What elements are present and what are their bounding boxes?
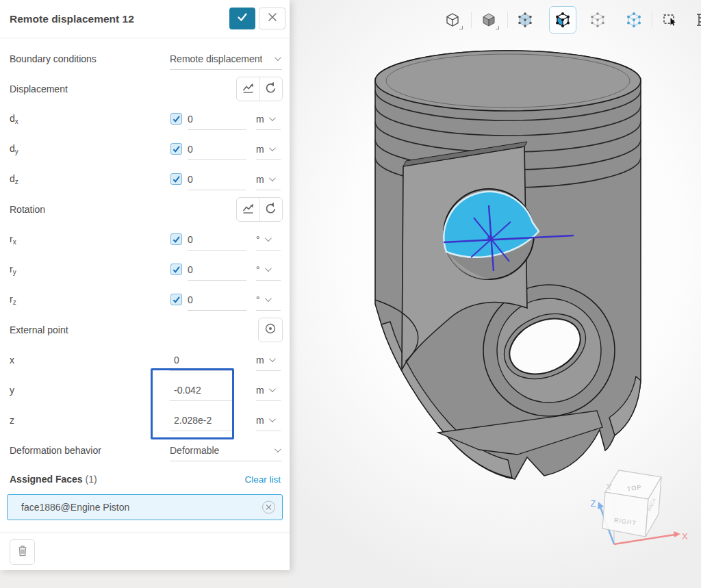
dx-unit-select[interactable]: m [256, 108, 281, 130]
rx-checkbox[interactable] [170, 233, 182, 245]
point-y-row: y -0.042 m [0, 375, 290, 405]
piston-scene[interactable]: TOP RIGHT BACK Y Z X [287, 0, 701, 588]
target-icon [264, 322, 277, 337]
table-input-button[interactable] [237, 198, 259, 221]
boundary-conditions-row: Boundary conditions Remote displacement [0, 44, 290, 74]
delete-button[interactable] [10, 539, 35, 565]
displacement-label: Displacement [10, 84, 68, 94]
dy-input[interactable]: 0 [188, 138, 246, 160]
deformation-behavior-select[interactable]: Deformable [170, 439, 282, 461]
dx-input[interactable]: 0 [188, 108, 246, 130]
point-x-unit-select[interactable]: m [256, 349, 281, 371]
face-chip-label: face1886@Engine Piston [21, 502, 129, 513]
reset-icon [264, 202, 277, 218]
reset-icon [264, 81, 277, 97]
chevron-down-icon [265, 235, 272, 242]
ry-unit-select[interactable]: ° [256, 259, 281, 281]
rz-unit-select[interactable]: ° [256, 289, 281, 311]
panel-header: Remote displacement 12 [0, 0, 290, 38]
pick-point-button[interactable] [258, 318, 283, 342]
chevron-down-icon [269, 175, 276, 181]
boundary-conditions-label: Boundary conditions [10, 53, 97, 64]
dx-checkbox[interactable] [170, 113, 182, 125]
deformation-behavior-row: Deformation behavior Deformable [0, 435, 290, 465]
dz-row: dz 0 m [0, 164, 290, 194]
chevron-down-icon [269, 144, 276, 151]
boundary-conditions-select[interactable]: Remote displacement [170, 48, 282, 70]
trash-icon [16, 544, 29, 560]
rotation-label: Rotation [10, 204, 45, 215]
chevron-down-icon [265, 265, 272, 272]
table-input-button[interactable] [237, 77, 259, 101]
rx-unit-select[interactable]: ° [256, 229, 281, 251]
rotation-section-row: Rotation [0, 194, 290, 225]
remote-displacement-panel: Remote displacement 12 Boundary conditio… [0, 0, 290, 570]
dy-row: dy 0 m [0, 134, 290, 164]
apply-button[interactable] [229, 8, 255, 29]
deformation-behavior-label: Deformation behavior [10, 445, 101, 456]
chart-icon [242, 202, 255, 218]
ry-row: ry 0 ° [0, 255, 290, 285]
chart-icon [242, 81, 255, 97]
reset-button[interactable] [259, 77, 283, 101]
rz-row: rz 0 ° [0, 285, 290, 315]
point-z-unit-select[interactable]: m [256, 409, 281, 431]
rotation-tools [236, 197, 283, 222]
chevron-down-icon [265, 295, 272, 302]
displacement-tools [236, 77, 283, 101]
dz-input[interactable]: 0 [188, 168, 246, 190]
point-y-input[interactable]: -0.042 [170, 379, 233, 401]
dy-unit-select[interactable]: m [256, 138, 281, 160]
axis-x-label: X [682, 531, 688, 541]
assigned-faces-label: Assigned Faces [10, 474, 83, 485]
displacement-section-row: Displacement [0, 74, 290, 104]
assigned-face-chip[interactable]: face1886@Engine Piston [7, 494, 283, 520]
chevron-down-icon [269, 385, 276, 392]
dx-row: dx 0 m [0, 104, 290, 134]
chevron-down-icon [269, 114, 276, 121]
panel-footer [0, 533, 290, 570]
assigned-faces-row: Assigned Faces (1) Clear list [0, 465, 290, 493]
chevron-down-icon [275, 54, 281, 61]
check-icon [236, 12, 248, 25]
viewport-3d[interactable]: TOP RIGHT BACK Y Z X [287, 0, 701, 588]
chevron-down-icon [269, 355, 276, 362]
point-y-unit-select[interactable]: m [256, 379, 281, 401]
point-x-input[interactable]: 0 [170, 349, 233, 371]
axis-y-label: Y [607, 483, 612, 492]
external-point-row: External point [0, 315, 290, 345]
dz-checkbox[interactable] [170, 173, 182, 185]
clear-list-link[interactable]: Clear list [244, 474, 281, 485]
dy-checkbox[interactable] [170, 143, 182, 155]
cancel-button[interactable] [259, 8, 285, 29]
rx-row: rx 0 ° [0, 225, 290, 255]
remove-face-button[interactable] [262, 501, 275, 514]
view-cube-front-face[interactable] [602, 492, 648, 537]
chevron-down-icon [275, 446, 281, 452]
dz-unit-select[interactable]: m [256, 168, 281, 190]
piston-model[interactable] [375, 51, 641, 479]
external-point-label: External point [10, 324, 68, 335]
rz-checkbox[interactable] [170, 294, 182, 305]
ry-checkbox[interactable] [170, 264, 182, 275]
rz-input[interactable]: 0 [188, 289, 246, 311]
ry-input[interactable]: 0 [188, 259, 246, 281]
axis-z-label: Z [591, 499, 596, 509]
view-cube[interactable]: TOP RIGHT BACK Y Z X [591, 470, 688, 544]
page-title: Remote displacement 12 [10, 13, 134, 25]
reset-button[interactable] [259, 198, 283, 221]
rx-input[interactable]: 0 [188, 229, 246, 251]
point-z-input[interactable]: 2.028e-2 [170, 409, 233, 431]
chevron-down-icon [269, 416, 276, 422]
point-x-row: x 0 m [0, 345, 290, 375]
close-icon [268, 12, 277, 25]
point-z-row: z 2.028e-2 m [0, 405, 290, 435]
